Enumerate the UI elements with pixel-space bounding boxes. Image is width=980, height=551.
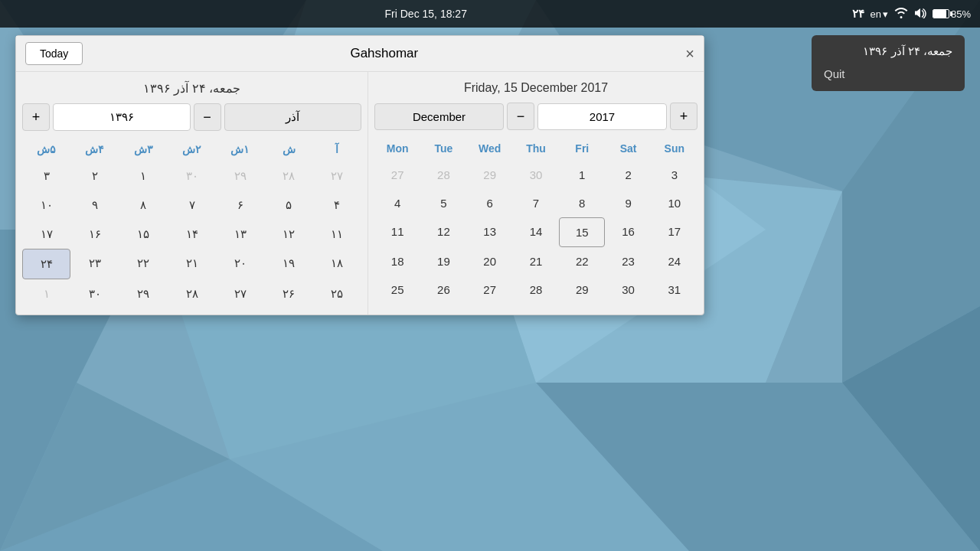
gregorian-day-cell[interactable]: 24 (652, 247, 697, 276)
gregorian-day-header: Mon (374, 136, 420, 161)
persian-day-cell[interactable]: ۱۰ (22, 191, 70, 220)
gregorian-day-cell[interactable]: 2 (605, 161, 651, 189)
gregorian-day-cell[interactable]: 8 (559, 189, 605, 217)
persian-day-cell[interactable]: ۱ (119, 161, 168, 191)
gregorian-day-header: Fri (559, 136, 605, 161)
quit-menu-item[interactable]: Quit (824, 66, 952, 82)
persian-day-cell[interactable]: ۱۵ (119, 220, 168, 249)
persian-day-cell[interactable]: ۲۰ (216, 249, 264, 279)
gregorian-day-cell[interactable]: 9 (605, 189, 651, 217)
gregorian-day-cell[interactable]: 14 (513, 217, 559, 247)
gregorian-nav-row: December − 2017 + (374, 103, 697, 130)
gregorian-day-cell[interactable]: 7 (513, 189, 559, 217)
persian-day-cell[interactable]: ۲۷ (313, 161, 361, 191)
gregorian-day-cell[interactable]: 21 (513, 247, 559, 276)
persian-day-cell[interactable]: ۱۱ (313, 220, 361, 249)
persian-day-cell[interactable]: ۲۸ (168, 279, 216, 308)
gregorian-prev-button[interactable]: − (507, 103, 534, 130)
persian-day-cell[interactable]: ۵ (264, 191, 312, 220)
system-bar: Fri Dec 15, 18:27 ۲۴ en ▾ 85% (0, 0, 980, 28)
gregorian-day-cell[interactable]: 30 (605, 276, 651, 304)
gregorian-day-cell[interactable]: 30 (513, 161, 559, 189)
persian-day-cell[interactable]: ۲۳ (70, 249, 119, 279)
persian-panel: جمعه، ۲۴ آذر ۱۳۹۶ + ۱۳۹۶ − آذر آش۱ش۲ش۳ش۴… (16, 72, 368, 315)
persian-day-cell[interactable]: ۲۴ (22, 249, 70, 279)
gregorian-next-button[interactable]: + (670, 103, 697, 130)
gregorian-day-cell[interactable]: 5 (420, 189, 466, 217)
persian-day-cell[interactable]: ۹ (70, 191, 119, 220)
gregorian-day-cell[interactable]: 15 (559, 217, 605, 247)
gregorian-day-cell[interactable]: 3 (652, 161, 697, 189)
persian-day-cell[interactable]: ۱۳ (216, 220, 264, 249)
gregorian-day-cell[interactable]: 27 (374, 161, 420, 189)
gregorian-day-cell[interactable]: 10 (652, 189, 697, 217)
gregorian-day-cell[interactable]: 28 (420, 161, 466, 189)
gregorian-day-cell[interactable]: 20 (467, 247, 513, 276)
persian-day-cell[interactable]: ۶ (216, 191, 264, 220)
persian-panel-header: جمعه، ۲۴ آذر ۱۳۹۶ (16, 72, 368, 100)
gregorian-day-header: Tue (420, 136, 466, 161)
persian-day-cell[interactable]: ۲۵ (313, 279, 361, 308)
persian-day-cell[interactable]: ۱۸ (313, 249, 361, 279)
persian-day-cell[interactable]: ۳۰ (70, 279, 119, 308)
today-button[interactable]: Today (25, 42, 83, 65)
persian-day-cell[interactable]: ۲۸ (264, 161, 312, 191)
gregorian-day-cell[interactable]: 28 (513, 276, 559, 304)
wifi-icon (894, 8, 908, 21)
persian-day-cell[interactable]: ۱۲ (264, 220, 312, 249)
persian-day-header: ش (264, 137, 312, 161)
gregorian-day-cell[interactable]: 12 (420, 217, 466, 247)
persian-day-cell[interactable]: ۱۹ (264, 249, 312, 279)
gregorian-day-cell[interactable]: 27 (467, 276, 513, 304)
gregorian-day-cell[interactable]: 13 (467, 217, 513, 247)
gregorian-day-cell[interactable]: 17 (652, 217, 697, 247)
persian-day-cell[interactable]: ۲۷ (216, 279, 264, 308)
gregorian-day-cell[interactable]: 16 (605, 217, 651, 247)
persian-day-cell[interactable]: ۲۹ (119, 279, 168, 308)
persian-day-cell[interactable]: ۲۶ (264, 279, 312, 308)
gregorian-day-header: Sat (605, 136, 651, 161)
gregorian-month: December (374, 103, 504, 130)
persian-day-cell[interactable]: ۳ (22, 161, 70, 191)
gregorian-day-cell[interactable]: 19 (420, 247, 466, 276)
persian-day-cell[interactable]: ۳۰ (168, 161, 216, 191)
gregorian-day-cell[interactable]: 29 (467, 161, 513, 189)
persian-next-button[interactable]: + (22, 103, 50, 131)
gregorian-panel-header: Friday, 15 December 2017 (368, 72, 704, 99)
gregorian-day-header: Wed (467, 136, 513, 161)
gregorian-day-cell[interactable]: 18 (374, 247, 420, 276)
gregorian-day-cell[interactable]: 29 (559, 276, 605, 304)
gregorian-day-header: Sun (652, 136, 697, 161)
persian-day-cell[interactable]: ۲ (70, 161, 119, 191)
volume-icon (914, 8, 926, 21)
persian-day-cell[interactable]: ۲۲ (119, 249, 168, 279)
persian-day-cell[interactable]: ۱۷ (22, 220, 70, 249)
persian-day-cell[interactable]: ۱۶ (70, 220, 119, 249)
persian-day-header: ۴ش (70, 137, 119, 161)
title-bar: Today Gahshomar × (16, 36, 704, 72)
persian-day-cell[interactable]: ۲۹ (216, 161, 264, 191)
gregorian-day-cell[interactable]: 23 (605, 247, 651, 276)
lang-indicator[interactable]: en ▾ (871, 8, 888, 20)
gregorian-day-cell[interactable]: 4 (374, 189, 420, 217)
gregorian-panel: Friday, 15 December 2017 December − 2017… (368, 72, 704, 315)
persian-day-cell[interactable]: ۴ (313, 191, 361, 220)
persian-day-cell[interactable]: ۷ (168, 191, 216, 220)
persian-day-header: ۱ش (216, 137, 264, 161)
persian-prev-button[interactable]: − (194, 103, 221, 131)
gregorian-day-cell[interactable]: 25 (374, 276, 420, 304)
gregorian-day-cell[interactable]: 31 (652, 276, 697, 304)
gregorian-day-cell[interactable]: 11 (374, 217, 420, 247)
system-datetime: Fri Dec 15, 18:27 (385, 8, 467, 20)
gregorian-day-cell[interactable]: 26 (420, 276, 466, 304)
calendar-panels: جمعه، ۲۴ آذر ۱۳۹۶ + ۱۳۹۶ − آذر آش۱ش۲ش۳ش۴… (16, 72, 704, 315)
gregorian-day-cell[interactable]: 1 (559, 161, 605, 189)
persian-day-cell[interactable]: ۱۴ (168, 220, 216, 249)
persian-day-header: ۵ش (22, 137, 70, 161)
gregorian-day-cell[interactable]: 6 (467, 189, 513, 217)
persian-day-cell[interactable]: ۱ (22, 279, 70, 308)
persian-day-cell[interactable]: ۲۱ (168, 249, 216, 279)
persian-day-cell[interactable]: ۸ (119, 191, 168, 220)
close-button[interactable]: × (685, 46, 694, 61)
gregorian-day-cell[interactable]: 22 (559, 247, 605, 276)
